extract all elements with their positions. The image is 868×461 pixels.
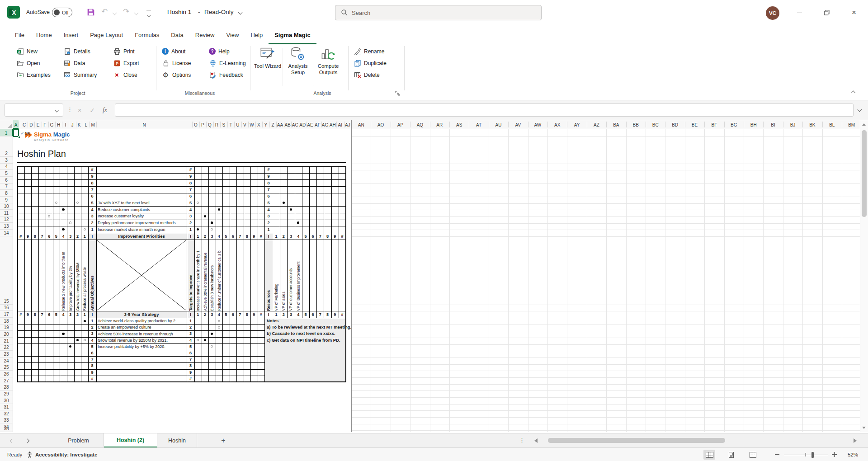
column-header-BM[interactable]: BM: [842, 121, 861, 129]
row-header-17[interactable]: 17: [0, 311, 13, 318]
print-button[interactable]: Print: [113, 46, 135, 56]
tab-insert[interactable]: Insert: [58, 25, 85, 44]
column-header-BL[interactable]: BL: [822, 121, 842, 129]
name-box[interactable]: [5, 103, 63, 117]
row-header-14[interactable]: 14: [0, 230, 13, 236]
row-header-9[interactable]: 9: [0, 197, 13, 203]
tab-formulas[interactable]: Formulas: [129, 25, 165, 44]
zoom-out-button[interactable]: [775, 454, 779, 455]
sheet-tab-problem[interactable]: Problem: [53, 433, 104, 447]
column-header-Z[interactable]: Z: [269, 121, 277, 129]
page-break-view-button[interactable]: [747, 450, 759, 460]
insert-function-button[interactable]: fx: [99, 103, 110, 117]
row-header-2[interactable]: 2: [0, 136, 13, 157]
excel-app-icon[interactable]: X: [7, 6, 20, 20]
feedback-button[interactable]: Feedback: [209, 70, 243, 80]
options-button[interactable]: ⚙ Options: [162, 70, 191, 80]
column-header-K[interactable]: K: [76, 121, 83, 129]
readonly-dropdown-icon[interactable]: [238, 10, 243, 15]
examples-button[interactable]: Examples: [16, 70, 51, 80]
column-header-BD[interactable]: BD: [665, 121, 684, 129]
redo-button[interactable]: ↷: [123, 7, 129, 16]
column-header-N[interactable]: N: [96, 121, 192, 129]
dialog-launcher-icon[interactable]: [395, 89, 400, 98]
about-button[interactable]: i About: [162, 46, 185, 56]
column-header-A[interactable]: A: [13, 121, 19, 129]
column-header-O[interactable]: O: [192, 121, 199, 129]
tab-file[interactable]: File: [9, 25, 30, 44]
add-sheet-button[interactable]: +: [218, 435, 229, 446]
column-header-Y[interactable]: Y: [262, 121, 269, 129]
cancel-entry-button[interactable]: ×: [74, 103, 85, 117]
tab-review[interactable]: Review: [189, 25, 221, 44]
column-header-AC[interactable]: AC: [291, 121, 299, 129]
vscroll-down-arrow[interactable]: [862, 427, 866, 429]
row-header-32[interactable]: 32: [0, 410, 13, 417]
column-header-J[interactable]: J: [69, 121, 75, 129]
autosave-toggle[interactable]: Off: [52, 8, 72, 17]
row-header-13[interactable]: 13: [0, 223, 13, 230]
help-button[interactable]: ? Help: [209, 46, 230, 56]
row-header-30[interactable]: 30: [0, 397, 13, 404]
column-header-W[interactable]: W: [248, 121, 255, 129]
row-header-25[interactable]: 25: [0, 364, 13, 371]
column-header-C[interactable]: C: [21, 121, 28, 129]
tab-bar-kebab-icon[interactable]: ⋮: [519, 437, 525, 443]
qat-customize-button[interactable]: [146, 10, 151, 19]
row-header-12[interactable]: 12: [0, 216, 13, 223]
maximize-button[interactable]: [816, 0, 837, 25]
column-header-AV[interactable]: AV: [508, 121, 528, 129]
tab-sigma-magic[interactable]: Sigma Magic: [269, 25, 316, 44]
open-button[interactable]: Open: [16, 58, 40, 68]
tool-wizard-button[interactable]: Tool Wizard: [253, 46, 282, 88]
data-button[interactable]: Data: [63, 58, 85, 68]
column-header-BF[interactable]: BF: [704, 121, 724, 129]
zoom-level[interactable]: 52%: [840, 448, 858, 461]
column-header-L[interactable]: L: [83, 121, 90, 129]
tab-data[interactable]: Data: [165, 25, 189, 44]
column-header-S[interactable]: S: [220, 121, 227, 129]
column-header-BA[interactable]: BA: [606, 121, 626, 129]
column-header-AT[interactable]: AT: [469, 121, 488, 129]
compute-outputs-button[interactable]: Compute Outputs: [314, 46, 343, 88]
normal-view-button[interactable]: [703, 450, 715, 460]
row-header-21[interactable]: 21: [0, 338, 13, 344]
duplicate-button[interactable]: Duplicate: [354, 58, 387, 68]
hscroll-left-arrow[interactable]: [534, 438, 538, 443]
column-header-BJ[interactable]: BJ: [783, 121, 802, 129]
user-avatar[interactable]: VC: [766, 6, 779, 20]
row-header-11[interactable]: 11: [0, 210, 13, 216]
new-button[interactable]: X New: [16, 46, 38, 56]
elearning-button[interactable]: E-Learning: [209, 58, 246, 68]
column-header-P[interactable]: P: [199, 121, 207, 129]
collapse-ribbon-icon[interactable]: [851, 91, 856, 95]
column-header-Q[interactable]: Q: [206, 121, 213, 129]
column-header-M[interactable]: M: [90, 121, 96, 129]
vscroll-up-arrow[interactable]: [862, 123, 866, 126]
column-header-AF[interactable]: AF: [314, 121, 321, 129]
tab-page-layout[interactable]: Page Layout: [84, 25, 129, 44]
sheet-tab-hoshin-2[interactable]: Hoshin (2): [104, 433, 157, 447]
column-header-AQ[interactable]: AQ: [410, 121, 429, 129]
column-header-V[interactable]: V: [241, 121, 249, 129]
column-header-BI[interactable]: BI: [763, 121, 783, 129]
undo-dropdown-icon[interactable]: [113, 11, 117, 15]
column-header-AW[interactable]: AW: [528, 121, 547, 129]
zoom-in-button[interactable]: [832, 452, 837, 457]
row-header-10[interactable]: 10: [0, 203, 13, 210]
column-header-AE[interactable]: AE: [307, 121, 314, 129]
undo-button[interactable]: ↶: [101, 7, 108, 16]
column-header-AS[interactable]: AS: [449, 121, 469, 129]
row-header-27[interactable]: 27: [0, 377, 13, 384]
confirm-entry-button[interactable]: ✓: [87, 103, 98, 117]
readonly-badge[interactable]: Read-Only: [204, 9, 234, 15]
column-header-H[interactable]: H: [55, 121, 62, 129]
row-header-3[interactable]: 3: [0, 157, 13, 164]
row-header-23[interactable]: 23: [0, 351, 13, 358]
row-header-18[interactable]: 18: [0, 318, 13, 325]
column-header-AD[interactable]: AD: [299, 121, 307, 129]
sheet-nav-next-icon[interactable]: [24, 437, 31, 444]
sheet-nav-prev-icon[interactable]: [8, 437, 15, 444]
document-title[interactable]: Hoshin 1: [167, 9, 191, 15]
row-header-26[interactable]: 26: [0, 371, 13, 377]
